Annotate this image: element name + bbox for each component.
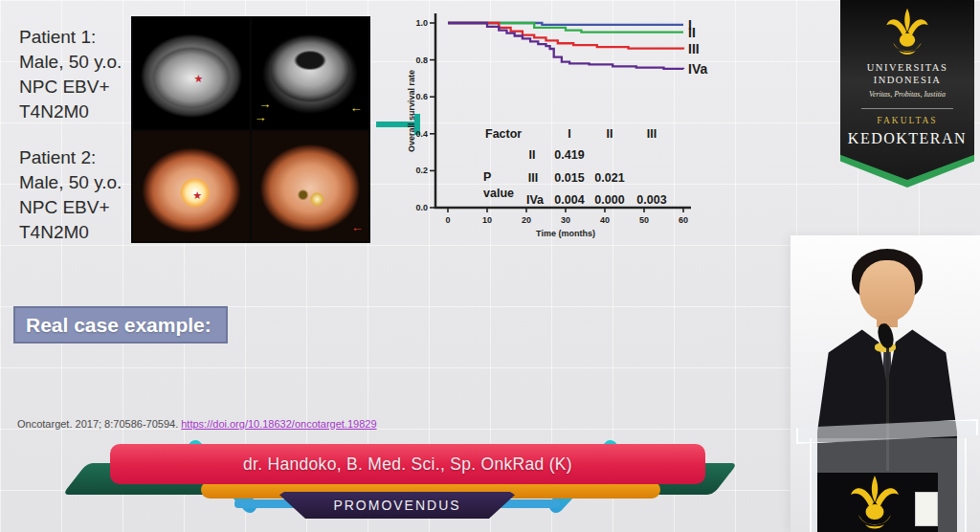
svg-text:60: 60 (679, 215, 688, 225)
kaplan-meier-survival-chart: 0.00.20.40.60.81.00102030405060Time (mon… (402, 0, 727, 249)
faculty-name: KEDOKTERAN (840, 130, 974, 147)
yellow-arrow-icon: ← (349, 101, 362, 114)
speaker-name-ribbon: dr. Handoko, B. Med. Sci., Sp. OnkRad (K… (110, 444, 705, 484)
mri-axial-jaw-image: → → ← (252, 18, 368, 129)
ptable-row-label: II (529, 148, 536, 162)
ptable-col-header: III (647, 127, 657, 141)
svg-text:0.6: 0.6 (415, 92, 428, 101)
svg-text:10: 10 (482, 215, 492, 225)
svg-text:0.4: 0.4 (415, 129, 428, 139)
red-star-annotation: ★ (193, 74, 203, 84)
ptable-row-label: III (528, 171, 538, 185)
speaker-video-feed (791, 235, 980, 532)
ptable-row-label: IVa (526, 193, 544, 207)
svg-text:50: 50 (639, 215, 649, 225)
survival-curves-plot: 0.00.20.40.60.81.00102030405060Time (mon… (402, 0, 727, 249)
mri-axial-patient1-image: ★ (133, 18, 250, 129)
svg-text:0: 0 (445, 215, 450, 225)
svg-text:II: II (688, 25, 696, 40)
university-name: UNIVERSITAS INDONESIA (840, 61, 974, 86)
svg-text:0.8: 0.8 (415, 55, 428, 65)
podium-sticker (915, 492, 938, 526)
presentation-slide-frame: Patient 1: Male, 50 y.o. NPC EBV+ T4N2M0… (0, 0, 980, 532)
ptable-factor-label: Factor (485, 127, 522, 141)
university-logo-icon (882, 8, 932, 57)
speaker-name-text: dr. Handoko, B. Med. Sci., Sp. OnkRad (K… (243, 454, 572, 475)
university-motto: Veritas, Probitas, Iustitia (840, 90, 974, 99)
ptable-col-header: II (607, 127, 613, 141)
ptable-value: 0.419 (554, 148, 584, 162)
yellow-arrow-icon: → (258, 98, 271, 110)
citation-line: Oncotarget. 2017; 8:70586-70594. https:/… (17, 418, 377, 430)
svg-text:20: 20 (522, 215, 531, 225)
ptable-value: 0.021 (594, 171, 624, 185)
ptable-value: 0.015 (554, 171, 584, 185)
university-banner: UNIVERSITAS INDONESIA Veritas, Probitas,… (840, 0, 974, 188)
speaker-face (859, 260, 915, 321)
medical-image-panel: ★ → → ← ★ ← (131, 16, 370, 243)
yellow-arrow-icon: → (254, 111, 266, 123)
ptable-p-label: P (483, 170, 491, 184)
promovendus-plate: PROMOVENDUS (279, 492, 515, 519)
university-logo-icon (846, 475, 903, 532)
faculty-label: FAKULTAS (840, 116, 974, 125)
pet-ct-axial-patient2-image: ★ (133, 131, 250, 242)
svg-text:Time (months): Time (months) (536, 229, 595, 238)
banner-divider (861, 108, 953, 109)
svg-text:30: 30 (561, 215, 570, 225)
svg-text:0.2: 0.2 (415, 166, 428, 175)
citation-doi-link[interactable]: https://doi.org/10.18632/oncotarget.1982… (181, 418, 376, 430)
ptable-col-header: I (568, 127, 570, 141)
red-star-annotation: ★ (192, 190, 202, 201)
promovendus-text: PROMOVENDUS (333, 498, 460, 513)
speaker-name-banner: dr. Handoko, B. Med. Sci., Sp. OnkRad (K… (56, 436, 764, 532)
citation-text: Oncotarget. 2017; 8:70586-70594. (17, 418, 181, 430)
ptable-value: 0.004 (554, 193, 584, 207)
pet-ct-axial-neck-image: ← (252, 131, 368, 242)
ptable-p-label: value (483, 187, 514, 200)
svg-text:IVa: IVa (688, 61, 707, 77)
ptable-value: 0.000 (594, 193, 624, 207)
red-arrow-annotation: ← (351, 221, 364, 233)
svg-text:40: 40 (600, 215, 610, 225)
svg-text:1.0: 1.0 (415, 18, 428, 28)
ptable-value: 0.003 (636, 193, 666, 207)
svg-text:Overall survival rate: Overall survival rate (407, 70, 416, 152)
svg-text:III: III (688, 41, 700, 56)
real-case-example-label: Real case example: (13, 306, 228, 344)
svg-text:0.0: 0.0 (415, 203, 428, 212)
